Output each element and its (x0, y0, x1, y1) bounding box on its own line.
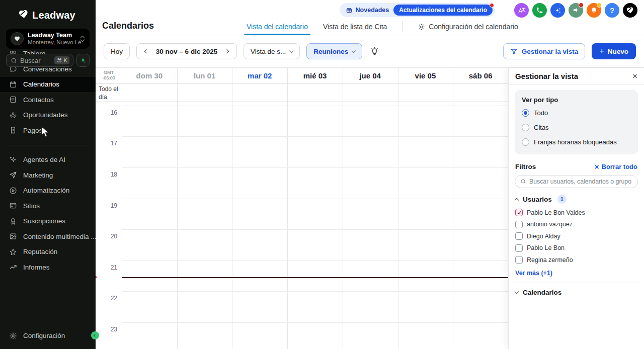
manage-view-label: Gestionar la vista (522, 48, 579, 55)
hour-label: 17 (96, 140, 117, 147)
help-button[interactable]: ? (605, 3, 619, 18)
panel-search[interactable] (515, 175, 638, 188)
gift-icon (346, 7, 353, 14)
radio-option-franjas[interactable]: Franjas horarias bloqueadas (522, 136, 631, 147)
sidebar-search[interactable]: ⌘ K (6, 54, 73, 67)
prev-week-button[interactable] (143, 48, 150, 55)
sidebar-item-contactos[interactable]: Contactos (0, 92, 96, 108)
calendars-section-toggle[interactable]: Calendarios (515, 289, 637, 296)
team-selector[interactable]: Leadway Team Monterrey, Nuevo Le... (6, 29, 90, 49)
view-select[interactable]: Vista de s... (244, 43, 300, 59)
chevron-down-icon (352, 48, 356, 52)
sidebar-item-automatizacion[interactable]: Automatización (0, 183, 96, 199)
grid-line (177, 68, 178, 349)
sidebar-item-pagos[interactable]: Pagos (0, 123, 96, 138)
hour-label: 20 (96, 233, 117, 240)
sidebar-item-calendarios[interactable]: Calendarios (0, 77, 96, 93)
today-button[interactable]: Hoy (104, 43, 130, 59)
leadway-logo-icon (626, 6, 634, 15)
user-name: Pablo Le Bon (527, 244, 565, 251)
all-day-row: Todo el día (96, 84, 508, 102)
sidebar-item-oportunidades[interactable]: Oportunidades (0, 108, 96, 123)
hour-label: 21 (96, 264, 117, 271)
notification-dot (597, 3, 602, 8)
users-list: Pablo Le Bon Valdes antonio vazquez Dieg… (515, 207, 644, 266)
manage-view-button[interactable]: Gestionar la vista (503, 43, 586, 59)
user-name: Regina zermeño (527, 256, 573, 264)
filters-label: Filtros (515, 163, 536, 170)
panel-search-input[interactable] (529, 178, 632, 185)
current-time-line (122, 277, 508, 278)
date-range-label: 30 nov – 6 dic 2025 (156, 48, 217, 55)
tab-calendar-view[interactable]: Vista del calendario (247, 18, 308, 35)
tab-bar: Vista del calendario Vista de lista de C… (247, 18, 518, 35)
user-checkbox-row[interactable]: Diego Alday (515, 230, 644, 242)
sidebar-item-sitios[interactable]: Sitios (0, 198, 96, 214)
team-avatar (11, 32, 24, 45)
sidebar-item-label: Configuración (23, 332, 65, 339)
page-title: Calendarios (102, 21, 154, 31)
sidebar-item-informes[interactable]: Informes (0, 259, 96, 275)
user-checkbox-row[interactable]: Regina zermeño (515, 254, 644, 266)
search-input[interactable] (20, 57, 51, 64)
chevron-updown-icon (81, 36, 85, 41)
calendar-grid[interactable] (122, 102, 508, 349)
radio-option-citas[interactable]: Citas (522, 122, 631, 133)
sidebar-item-suscripciones[interactable]: Suscripciones (0, 214, 96, 229)
close-icon[interactable]: × (632, 72, 637, 80)
calendar-icon (9, 80, 17, 89)
hour-label: 19 (96, 202, 117, 209)
gear-icon (418, 23, 425, 31)
tips-button[interactable] (369, 46, 380, 57)
sidebar-item-reputacion[interactable]: Reputación (0, 244, 96, 260)
translate-button[interactable] (514, 3, 529, 18)
radio-option-todo[interactable]: Todo (522, 107, 631, 118)
new-button[interactable]: + Nuevo (592, 43, 636, 59)
automation-icon (9, 187, 17, 195)
notifications-button[interactable] (587, 3, 601, 18)
hour-label: 16 (96, 109, 117, 116)
event-type-select[interactable]: Reuniones (306, 43, 362, 59)
users-section-toggle[interactable]: Usuarios 1 (515, 195, 637, 204)
phone-button[interactable] (532, 3, 547, 18)
filters-row: Filtros × Borrar todo (515, 163, 637, 170)
grid-line (343, 68, 343, 349)
leadway-app-button[interactable] (623, 3, 637, 18)
calendar-updates-button[interactable]: Actualizaciones del calendario (393, 5, 493, 16)
sidebar-item-configuracion[interactable]: Configuración (0, 328, 96, 344)
sidebar-collapse-button[interactable] (91, 331, 99, 339)
quick-action-icons: ? (514, 3, 637, 18)
all-day-label: Todo el día (96, 84, 122, 102)
user-name: Pablo Le Bon Valdes (527, 209, 585, 216)
announcements-button[interactable] (569, 3, 583, 18)
see-more-link[interactable]: Ver más (+1) (515, 270, 644, 277)
next-week-button[interactable] (223, 48, 230, 55)
sidebar-item-contenido[interactable]: Contenido multimedia ... (0, 229, 96, 244)
whats-new-pill[interactable]: Novedades Actualizaciones del calendario (340, 3, 495, 17)
user-checkbox-row[interactable]: antonio vazquez (515, 219, 644, 231)
today-label: Hoy (111, 48, 123, 55)
app-window: Leadway Leadway Team Monterrey, Nuevo Le… (0, 0, 644, 349)
calendars-section-label: Calendarios (523, 289, 561, 296)
team-info: Leadway Team Monterrey, Nuevo Le... (28, 32, 77, 46)
clear-all-button[interactable]: × Borrar todo (595, 163, 637, 170)
ai-sparkle-button[interactable] (76, 54, 90, 67)
sidebar-item-label: Calendarios (23, 80, 59, 88)
user-checkbox-row[interactable]: Pablo Le Bon Valdes (515, 207, 644, 219)
radio-label: Citas (534, 124, 549, 131)
tab-calendar-settings[interactable]: Configuración del calendario (418, 18, 518, 35)
user-checkbox-row[interactable]: Pablo Le Bon (515, 242, 644, 254)
search-icon (520, 179, 526, 185)
chevron-left-icon (94, 334, 97, 337)
send-icon (9, 171, 17, 179)
sidebar-item-agentes-ai[interactable]: Agentes de AI (0, 152, 96, 168)
radio-icon (522, 109, 529, 117)
whats-new-label: Novedades (346, 7, 389, 14)
sidebar-item-label: Marketing (23, 171, 53, 179)
sidebar-item-marketing[interactable]: Marketing (0, 167, 96, 183)
panel-divider (515, 283, 638, 283)
updates-button-label: Actualizaciones del calendario (399, 7, 487, 14)
sparkles-button[interactable] (550, 3, 565, 18)
tab-appointment-list-view[interactable]: Vista de lista de Cita (323, 18, 387, 35)
grid-line (287, 68, 288, 349)
